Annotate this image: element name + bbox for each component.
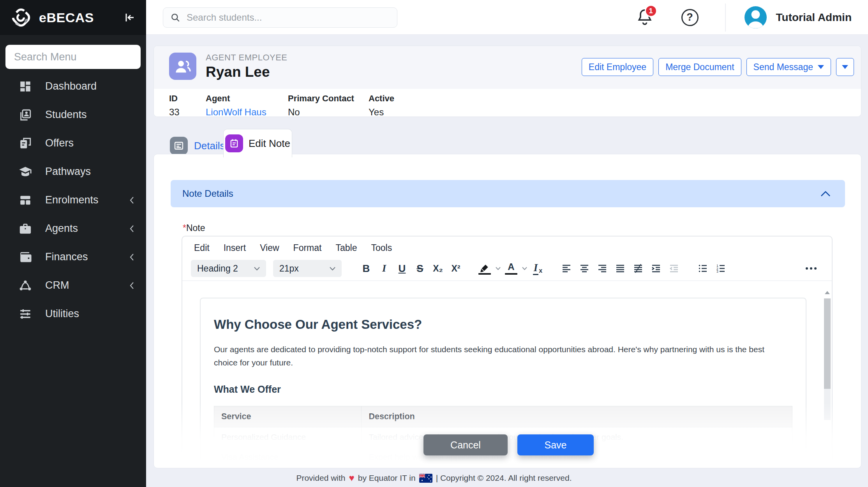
underline-button[interactable]: U	[393, 260, 411, 277]
app-title: eBECAS	[39, 10, 94, 25]
outdent-button[interactable]	[665, 260, 683, 277]
menu-view[interactable]: View	[260, 243, 279, 253]
text-color-caret[interactable]	[520, 260, 529, 277]
subscript-button[interactable]: X₂	[429, 260, 447, 277]
more-toolbar-options-button[interactable]	[802, 260, 820, 277]
superscript-button[interactable]: X²	[447, 260, 465, 277]
finances-wallet-icon	[19, 251, 32, 264]
sidebar-item-label: Students	[45, 109, 87, 121]
note-subheading: What We Offer	[214, 384, 792, 395]
font-size-select[interactable]: 21px	[273, 260, 342, 277]
clear-formatting-button[interactable]: Ix	[529, 260, 547, 277]
table-header-row: Service Description	[214, 406, 792, 427]
numbered-list-button[interactable]: 1 2 3	[712, 260, 730, 277]
menu-table[interactable]: Table	[335, 243, 357, 253]
edit-note-panel: Note Details *Note Edit Insert View Form…	[153, 154, 861, 468]
sidebar-item-pathways[interactable]: Pathways	[0, 157, 146, 186]
sidebar-item-enrolments[interactable]: Enrolments	[0, 186, 146, 214]
menu-insert[interactable]: Insert	[224, 243, 246, 253]
sidebar-item-label: Offers	[45, 137, 74, 149]
sidebar-item-label: CRM	[45, 279, 69, 291]
footer-text-copyright: | Copyright © 2024. All right reserved.	[436, 473, 572, 483]
sidebar-menu: Dashboard Students	[0, 72, 146, 328]
align-center-button[interactable]	[575, 260, 593, 277]
text-color-bar	[505, 273, 517, 275]
agent-link[interactable]: LionWolf Haus	[206, 107, 266, 117]
strikethrough-button[interactable]: S	[411, 260, 429, 277]
sidebar-item-label: Dashboard	[45, 80, 97, 92]
sidebar-search-input[interactable]	[5, 45, 141, 69]
utilities-sliders-icon	[19, 307, 32, 321]
italic-button[interactable]: I	[375, 260, 393, 277]
chevron-down-icon	[330, 267, 335, 270]
student-search-input[interactable]	[186, 12, 390, 23]
agent-employee-card: AGENT EMPLOYEE Ryan Lee Edit Employee Me…	[153, 46, 861, 117]
field-id: ID 33	[169, 89, 180, 117]
more-actions-dropdown-button[interactable]	[836, 58, 854, 76]
field-agent: Agent LionWolf Haus	[206, 89, 266, 117]
sidebar-item-offers[interactable]: Offers	[0, 129, 146, 157]
edit-employee-button[interactable]: Edit Employee	[582, 58, 653, 76]
menu-tools[interactable]: Tools	[371, 243, 392, 253]
align-right-button[interactable]	[593, 260, 611, 277]
topbar-right: 1 ? Tutorial Admin	[636, 0, 868, 35]
svg-text:3: 3	[716, 270, 718, 273]
offers-icon	[19, 137, 32, 150]
align-left-button[interactable]	[557, 260, 575, 277]
note-paragraph: Our agents are dedicated to providing to…	[214, 343, 790, 369]
send-message-button[interactable]: Send Message	[746, 58, 831, 76]
sidebar-item-dashboard[interactable]: Dashboard	[0, 72, 146, 101]
chevron-up-icon[interactable]	[820, 191, 831, 197]
pathways-graduation-icon	[19, 165, 32, 178]
heart-icon: ♥	[349, 473, 355, 483]
tab-edit-note[interactable]: Edit Note	[223, 129, 292, 157]
scrollbar-track	[824, 389, 831, 420]
table-header-service: Service	[214, 406, 362, 427]
sidebar-item-label: Utilities	[45, 308, 79, 320]
enrolments-icon	[19, 194, 32, 207]
agent-summary-fields: ID 33 Agent LionWolf Haus Primary Contac…	[154, 89, 861, 116]
highlight-color-caret[interactable]	[494, 260, 502, 277]
merge-document-button[interactable]: Merge Document	[658, 58, 741, 76]
search-icon	[170, 12, 180, 23]
editor-toolbar: Heading 2 21px B I U S X₂ X²	[182, 256, 832, 281]
user-name[interactable]: Tutorial Admin	[776, 11, 852, 24]
notification-badge: 1	[645, 5, 657, 17]
footer-text-provided: Provided with	[296, 473, 345, 483]
sidebar-item-students[interactable]: Students	[0, 101, 146, 129]
rich-text-editor: Edit Insert View Format Table Tools Head…	[182, 236, 833, 463]
sidebar-item-utilities[interactable]: Utilities	[0, 300, 146, 328]
note-details-title: Note Details	[182, 188, 233, 199]
user-avatar[interactable]	[745, 6, 767, 28]
chevron-left-icon	[129, 253, 134, 261]
sidebar-item-crm[interactable]: CRM	[0, 271, 146, 300]
save-button[interactable]: Save	[517, 434, 594, 455]
note-details-collapse-header[interactable]: Note Details	[171, 180, 845, 207]
sidebar-item-label: Enrolments	[45, 194, 99, 206]
sidebar-item-finances[interactable]: Finances	[0, 243, 146, 271]
menu-edit[interactable]: Edit	[194, 243, 210, 253]
scrollbar-thumb[interactable]	[824, 298, 831, 389]
bold-button[interactable]: B	[357, 260, 375, 277]
sidebar-collapse-icon[interactable]	[123, 11, 136, 24]
bullet-list-button[interactable]	[694, 260, 712, 277]
align-none-button[interactable]	[629, 260, 647, 277]
indent-button[interactable]	[647, 260, 665, 277]
crm-network-icon	[19, 279, 32, 292]
highlight-color-button[interactable]	[476, 260, 494, 277]
editor-scrollbar[interactable]	[823, 288, 832, 462]
text-color-button[interactable]: A	[502, 260, 520, 277]
block-format-select[interactable]: Heading 2	[191, 260, 266, 277]
sidebar-item-agents[interactable]: Agents	[0, 214, 146, 243]
help-button[interactable]: ?	[681, 9, 699, 26]
ellipsis-icon	[805, 267, 817, 270]
menu-format[interactable]: Format	[293, 243, 322, 253]
chevron-left-icon	[129, 196, 134, 205]
cancel-button[interactable]: Cancel	[423, 434, 508, 455]
tab-details-label: Details	[194, 140, 225, 152]
notifications-button[interactable]: 1	[636, 8, 654, 27]
student-search-box[interactable]	[163, 7, 397, 28]
align-justify-button[interactable]	[611, 260, 629, 277]
page-title: Ryan Lee	[206, 64, 270, 80]
scrollbar-up-arrow[interactable]	[823, 289, 832, 296]
